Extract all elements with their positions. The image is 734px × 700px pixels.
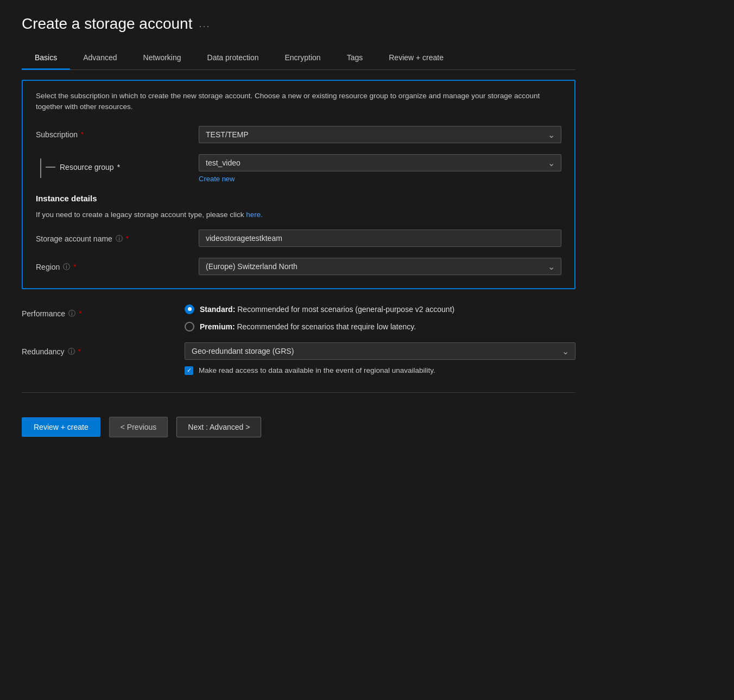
performance-standard-radio[interactable]: Standard: Recommended for most scenarios… — [185, 304, 575, 314]
subscription-row: Subscription * TEST/TEMP — [36, 126, 561, 143]
next-button[interactable]: Next : Advanced > — [176, 417, 261, 437]
connector-vertical — [40, 158, 41, 169]
redundancy-required: * — [78, 347, 81, 355]
performance-standard-radio-circle — [185, 304, 194, 314]
tab-tags[interactable]: Tags — [334, 48, 376, 70]
create-new-link[interactable]: Create new — [199, 175, 235, 183]
resource-group-control: test_video Create new — [199, 154, 561, 183]
resource-group-row: Resource group * test_video Create new — [36, 154, 561, 183]
ellipsis-menu-icon[interactable]: ... — [199, 18, 210, 30]
redundancy-info-icon[interactable]: ⓘ — [68, 347, 75, 357]
storage-account-name-control — [199, 230, 561, 247]
read-access-checkbox-label: Make read access to data available in th… — [199, 366, 435, 374]
performance-radio-group: Standard: Recommended for most scenarios… — [185, 304, 575, 332]
section-divider — [22, 392, 575, 393]
resource-group-select[interactable]: test_video — [199, 154, 561, 171]
tab-advanced[interactable]: Advanced — [70, 48, 130, 70]
bottom-bar: Review + create < Previous Next : Advanc… — [22, 406, 575, 443]
previous-button[interactable]: < Previous — [109, 417, 168, 437]
region-select[interactable]: (Europe) Switzerland North — [199, 258, 561, 275]
storage-account-name-required: * — [126, 234, 129, 243]
redundancy-checkbox-row: Make read access to data available in th… — [185, 366, 575, 375]
storage-account-name-row: Storage account name ⓘ * — [36, 230, 561, 247]
storage-account-name-label: Storage account name — [36, 234, 112, 243]
resource-group-required: * — [117, 163, 120, 171]
tab-data-protection[interactable]: Data protection — [194, 48, 272, 70]
performance-required: * — [79, 309, 81, 317]
tab-encryption[interactable]: Encryption — [272, 48, 334, 70]
storage-account-name-info-icon[interactable]: ⓘ — [116, 234, 123, 244]
redundancy-row: Redundancy ⓘ * Geo-redundant storage (GR… — [22, 342, 575, 375]
performance-label: Performance — [22, 309, 65, 318]
performance-section: Performance ⓘ * Standard: Recommended fo… — [22, 302, 575, 375]
subscription-control: TEST/TEMP — [199, 126, 561, 143]
tabs-bar: Basics Advanced Networking Data protecti… — [22, 48, 575, 70]
region-required: * — [73, 263, 76, 271]
subscription-required: * — [81, 130, 84, 138]
tab-networking[interactable]: Networking — [130, 48, 194, 70]
performance-row: Performance ⓘ * Standard: Recommended fo… — [22, 304, 575, 332]
performance-premium-radio[interactable]: Premium: Recommended for scenarios that … — [185, 322, 575, 332]
instance-details-heading: Instance details — [36, 194, 561, 203]
region-label: Region — [36, 263, 60, 271]
subscription-section: Select the subscription in which to crea… — [22, 80, 575, 289]
review-create-button[interactable]: Review + create — [22, 417, 100, 437]
region-row: Region ⓘ * (Europe) Switzerland North — [36, 258, 561, 275]
tab-basics[interactable]: Basics — [22, 48, 70, 70]
redundancy-label: Redundancy — [22, 347, 65, 356]
redundancy-select[interactable]: Geo-redundant storage (GRS) — [185, 342, 575, 360]
tab-review-create[interactable]: Review + create — [376, 48, 457, 70]
performance-premium-label: Premium: Recommended for scenarios that … — [200, 322, 416, 331]
region-info-icon[interactable]: ⓘ — [63, 262, 70, 272]
resource-group-label: Resource group — [60, 163, 114, 171]
performance-control: Standard: Recommended for most scenarios… — [185, 304, 575, 332]
region-control: (Europe) Switzerland North — [199, 258, 561, 275]
storage-account-name-input[interactable] — [199, 230, 561, 247]
performance-standard-label: Standard: Recommended for most scenarios… — [200, 305, 454, 314]
page-title: Create a storage account — [22, 15, 192, 33]
performance-info-icon[interactable]: ⓘ — [68, 309, 75, 319]
subscription-label: Subscription — [36, 130, 78, 139]
read-access-checkbox[interactable] — [185, 366, 193, 375]
legacy-note: If you need to create a legacy storage a… — [36, 211, 561, 219]
section-description: Select the subscription in which to crea… — [36, 91, 561, 113]
here-link[interactable]: here. — [246, 211, 263, 219]
subscription-select[interactable]: TEST/TEMP — [199, 126, 561, 143]
redundancy-control: Geo-redundant storage (GRS) Make read ac… — [185, 342, 575, 375]
performance-premium-radio-circle — [185, 322, 194, 332]
